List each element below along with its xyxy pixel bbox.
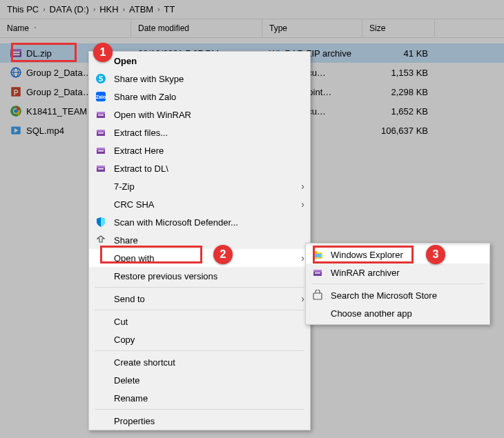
winrar-icon <box>310 265 325 280</box>
svg-rect-25 <box>97 148 105 150</box>
chevron-right-icon: › <box>301 293 304 304</box>
menu-label: Extract files... <box>114 128 304 138</box>
menu-label: Scan with Microsoft Defender... <box>114 217 304 228</box>
menu-restore[interactable]: Restore previous versions <box>89 267 310 285</box>
menu-extract-here[interactable]: Extract Here <box>89 141 310 159</box>
svg-rect-20 <box>98 115 104 116</box>
menu-label: Properties <box>114 416 304 426</box>
store-icon <box>310 288 325 303</box>
menu-create-shortcut[interactable]: Create shortcut <box>89 353 310 371</box>
file-size: 1,153 KB <box>362 68 435 78</box>
chevron-right-icon: › <box>301 252 304 263</box>
svg-rect-28 <box>97 166 105 168</box>
menu-7zip[interactable]: 7-Zip › <box>89 177 310 195</box>
menu-delete[interactable]: Delete <box>89 371 310 389</box>
menu-label: Open with WinRAR <box>114 110 304 120</box>
zalo-icon: Zalo <box>93 89 108 104</box>
svg-rect-1 <box>10 49 21 51</box>
submenu-winrar[interactable]: WinRAR archiver <box>306 263 490 281</box>
menu-scan-defender[interactable]: Scan with Microsoft Defender... <box>89 213 310 231</box>
menu-separator <box>95 310 304 310</box>
column-type[interactable]: Type <box>262 19 362 37</box>
submenu-windows-explorer[interactable]: Windows Explorer <box>306 246 490 263</box>
menu-share-skype[interactable]: S Share with Skype <box>89 70 310 88</box>
html-icon <box>10 66 22 79</box>
menu-label: Rename <box>114 393 304 404</box>
menu-label: WinRAR archiver <box>331 268 484 278</box>
menu-label: Create shortcut <box>114 357 304 368</box>
svg-rect-29 <box>98 168 104 170</box>
file-size: 2,298 KB <box>362 87 435 97</box>
menu-label: Send to <box>114 294 301 304</box>
explorer-icon <box>310 247 325 262</box>
menu-cut[interactable]: Cut <box>89 312 310 330</box>
winrar-icon <box>93 143 108 158</box>
menu-extract-to[interactable]: Extract to DL\ <box>89 159 310 177</box>
menu-label: Copy <box>114 335 304 345</box>
winrar-icon <box>93 125 108 140</box>
winrar-icon <box>10 47 22 59</box>
menu-label: Cut <box>114 317 304 327</box>
column-headers: Name ˄ Date modified Type Size <box>0 19 504 38</box>
menu-open-with[interactable]: Open with › <box>89 249 310 267</box>
menu-separator <box>311 283 484 284</box>
menu-label: Windows Explorer <box>331 250 484 260</box>
menu-separator <box>95 350 304 351</box>
powerpoint-icon: P <box>10 86 22 98</box>
svg-text:P: P <box>14 89 19 97</box>
menu-copy[interactable]: Copy <box>89 330 310 348</box>
menu-separator <box>95 409 304 410</box>
file-size: 41 KB <box>362 48 435 59</box>
menu-label: Extract Here <box>114 146 304 156</box>
breadcrumb-item[interactable]: DATA (D:) <box>50 4 89 14</box>
menu-open[interactable]: Open <box>89 52 310 70</box>
column-size[interactable]: Size <box>362 19 435 37</box>
badge-1: 1 <box>93 43 113 62</box>
submenu-search-store[interactable]: Search the Microsoft Store <box>306 286 490 304</box>
menu-label: 7-Zip <box>114 181 301 192</box>
menu-share-zalo[interactable]: Zalo Share with Zalo <box>89 88 310 106</box>
menu-crc-sha[interactable]: CRC SHA › <box>89 195 310 213</box>
skype-icon: S <box>93 71 108 86</box>
winrar-icon <box>93 107 108 122</box>
breadcrumb-item[interactable]: ATBM <box>129 4 153 14</box>
chevron-right-icon: › <box>301 199 304 210</box>
menu-extract-files[interactable]: Extract files... <box>89 123 310 141</box>
menu-label: Open with <box>114 253 301 263</box>
svg-rect-3 <box>12 54 19 55</box>
menu-label: Choose another app <box>331 308 484 319</box>
svg-rect-22 <box>97 130 105 132</box>
svg-rect-34 <box>313 270 322 272</box>
menu-label: Share with Skype <box>114 74 304 84</box>
shield-icon <box>93 215 108 230</box>
menu-label: Search the Microsoft Store <box>331 290 484 301</box>
column-name[interactable]: Name ˄ <box>0 19 131 37</box>
menu-share[interactable]: Share <box>89 231 310 249</box>
open-with-submenu: Windows Explorer WinRAR archiver Search … <box>305 243 490 325</box>
svg-rect-19 <box>97 112 105 114</box>
breadcrumb[interactable]: This PC › DATA (D:) › HKH › ATBM › TT <box>0 0 504 19</box>
breadcrumb-item[interactable]: HKH <box>99 4 118 14</box>
breadcrumb-item[interactable]: TT <box>164 4 175 14</box>
menu-label: Share <box>114 235 304 246</box>
menu-send-to[interactable]: Send to › <box>89 290 310 308</box>
column-date[interactable]: Date modified <box>131 19 262 37</box>
svg-rect-23 <box>98 132 104 134</box>
breadcrumb-item[interactable]: This PC <box>7 4 39 14</box>
svg-rect-36 <box>313 293 322 299</box>
chrome-icon <box>10 105 22 117</box>
menu-label: Share with Zalo <box>114 92 304 102</box>
menu-separator <box>95 287 304 288</box>
badge-2: 2 <box>213 245 233 264</box>
chevron-right-icon: › <box>301 181 304 192</box>
svg-text:S: S <box>99 75 104 83</box>
chevron-right-icon: › <box>43 6 45 13</box>
menu-open-winrar[interactable]: Open with WinRAR <box>89 106 310 123</box>
submenu-choose-another[interactable]: Choose another app <box>306 304 490 322</box>
chevron-right-icon: › <box>93 6 95 13</box>
menu-rename[interactable]: Rename <box>89 389 310 407</box>
share-icon <box>93 232 108 248</box>
menu-properties[interactable]: Properties <box>89 412 310 430</box>
menu-label: CRC SHA <box>114 199 301 210</box>
svg-rect-2 <box>12 52 19 53</box>
